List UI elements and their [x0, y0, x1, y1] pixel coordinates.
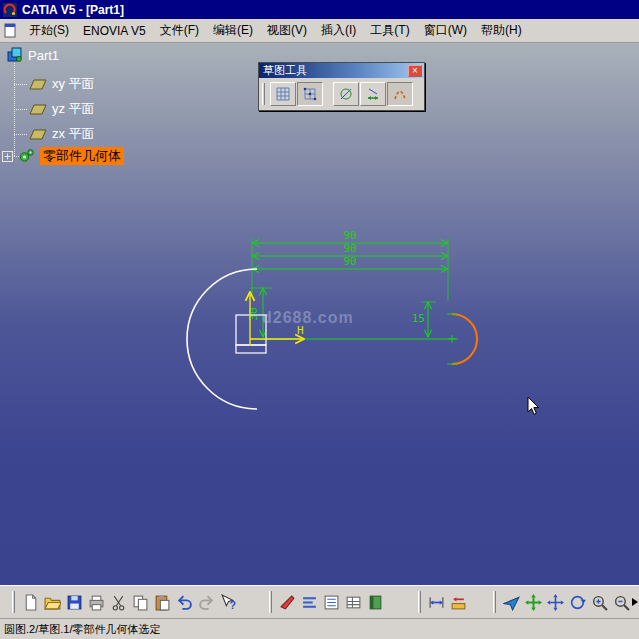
menu-file[interactable]: 文件(F) [153, 19, 206, 42]
arc-constraint-marks [447, 314, 457, 364]
dim-label-90-2[interactable]: 90 [343, 242, 356, 255]
undo-button[interactable] [173, 591, 195, 613]
tree-expand-plus-icon[interactable] [2, 151, 13, 162]
tree-node-yz-label: yz 平面 [52, 100, 95, 118]
table-button[interactable] [342, 591, 364, 613]
knife-button[interactable] [276, 591, 298, 613]
dimensional-constraints-icon [365, 86, 381, 102]
part-body-gear-icon [18, 148, 35, 164]
list-icon [323, 594, 340, 611]
sketch-toolbar-title: 草图工具 [263, 63, 408, 78]
fly-mode-button[interactable] [500, 591, 522, 613]
measure-item-icon [450, 594, 467, 611]
catalog-icon [367, 594, 384, 611]
tree-stub-xy [14, 84, 27, 85]
zoom-in-button[interactable] [588, 591, 610, 613]
catia-window: CATIA V5 - [Part1] 开始(S) ENOVIA V5 文件(F)… [0, 0, 639, 639]
rotate-icon [569, 594, 586, 611]
menu-start[interactable]: 开始(S) [22, 19, 76, 42]
toolbar-grip[interactable] [493, 591, 496, 613]
curve-lines-button[interactable] [298, 591, 320, 613]
grid-icon [275, 86, 291, 102]
part-icon [7, 47, 23, 63]
whats-this-button[interactable]: ? [217, 591, 239, 613]
zoom-in-icon [591, 594, 608, 611]
measure-between-icon [428, 594, 445, 611]
open-button[interactable] [41, 591, 63, 613]
curve-lines-icon [301, 594, 318, 611]
undo-icon [176, 594, 193, 611]
window-title: CATIA V5 - [Part1] [22, 3, 124, 17]
tree-node-part[interactable]: Part1 [7, 47, 59, 63]
save-icon [66, 594, 83, 611]
menu-enovia[interactable]: ENOVIA V5 [76, 21, 153, 41]
tree-node-part-body-label: 零部件几何体 [40, 147, 124, 165]
toolbar-grip[interactable] [12, 591, 15, 613]
tree-node-zx-plane[interactable]: zx 平面 [29, 125, 95, 143]
zoom-out-button[interactable] [610, 591, 632, 613]
dimensional-constraints-button[interactable] [360, 82, 386, 106]
new-document-button[interactable] [19, 591, 41, 613]
fit-all-in-button[interactable] [522, 591, 544, 613]
viewport[interactable]: 90 90 90 30 15 [0, 43, 639, 585]
tree-node-zx-label: zx 平面 [52, 125, 95, 143]
whats-this-icon: ? [220, 594, 237, 611]
snap-to-point-button[interactable] [297, 82, 323, 106]
zoom-out-icon [613, 594, 630, 611]
left-arc[interactable] [187, 269, 257, 409]
toolbar-grip[interactable] [262, 83, 265, 105]
title-bar[interactable]: CATIA V5 - [Part1] [0, 0, 639, 19]
plane-icon [29, 78, 47, 91]
status-text: 圆图.2/草图.1/零部件几何体选定 [4, 622, 160, 637]
menu-help[interactable]: 帮助(H) [474, 19, 529, 42]
dim-label-30[interactable]: 30 [247, 307, 260, 320]
geometrical-constraints-button[interactable] [333, 82, 359, 106]
menu-tools[interactable]: 工具(T) [363, 19, 416, 42]
measure-between-button[interactable] [425, 591, 447, 613]
redo-button[interactable] [195, 591, 217, 613]
fit-all-in-icon [525, 594, 542, 611]
copy-icon [132, 594, 149, 611]
menu-view[interactable]: 视图(V) [260, 19, 314, 42]
status-bar: 圆图.2/草图.1/零部件几何体选定 [0, 618, 639, 639]
menu-insert[interactable]: 插入(I) [314, 19, 363, 42]
view-toolbar [489, 591, 632, 613]
pan-button[interactable] [544, 591, 566, 613]
sketch-tools-toolbar[interactable]: 草图工具 × [258, 62, 425, 111]
close-icon[interactable]: × [408, 65, 422, 77]
cut-button[interactable] [107, 591, 129, 613]
dim-label-15[interactable]: 15 [412, 312, 425, 325]
dim-label-90-1[interactable]: 90 [343, 229, 356, 242]
grid-button[interactable] [270, 82, 296, 106]
rotate-button[interactable] [566, 591, 588, 613]
paste-button[interactable] [151, 591, 173, 613]
profile-rectangle-small[interactable] [236, 345, 266, 353]
copy-button[interactable] [129, 591, 151, 613]
sketch-toolbar-titlebar[interactable]: 草图工具 × [259, 63, 424, 78]
list-button[interactable] [320, 591, 342, 613]
print-button[interactable] [85, 591, 107, 613]
toolbar-overflow-arrow[interactable] [632, 598, 638, 606]
toolbar-grip[interactable] [269, 591, 272, 613]
menu-bar: 开始(S) ENOVIA V5 文件(F) 编辑(E) 视图(V) 插入(I) … [0, 19, 639, 43]
tree-node-part-body[interactable]: 零部件几何体 [2, 147, 124, 165]
toolbar-grip[interactable] [418, 591, 421, 613]
plane-icon [29, 128, 47, 141]
catalog-button[interactable] [364, 591, 386, 613]
watermark-text: d2688.com [262, 309, 354, 327]
menu-edit[interactable]: 编辑(E) [206, 19, 260, 42]
measure-item-button[interactable] [447, 591, 469, 613]
mouse-cursor [527, 396, 541, 416]
svg-text:?: ? [229, 598, 235, 610]
document-window-icon[interactable] [3, 23, 18, 38]
dim-label-90-3[interactable]: 90 [343, 255, 356, 268]
construction-element-button[interactable] [387, 82, 413, 106]
new-document-icon [22, 594, 39, 611]
pan-icon [547, 594, 564, 611]
tree-node-yz-plane[interactable]: yz 平面 [29, 100, 95, 118]
tree-node-xy-label: xy 平面 [52, 75, 95, 93]
save-button[interactable] [63, 591, 85, 613]
menu-window[interactable]: 窗口(W) [417, 19, 474, 42]
tree-node-xy-plane[interactable]: xy 平面 [29, 75, 95, 93]
print-icon [88, 594, 105, 611]
